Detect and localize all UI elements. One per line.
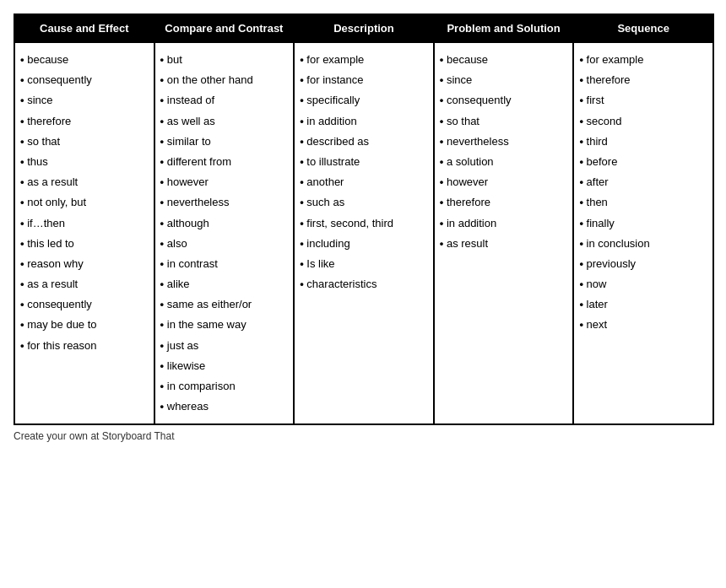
- list-item: as well as: [160, 111, 289, 132]
- list-item: on the other hand: [160, 70, 289, 90]
- list-item: consequently: [440, 90, 568, 111]
- list-item: third: [579, 132, 707, 152]
- list-item: likewise: [160, 356, 289, 376]
- list-item: specifically: [300, 90, 428, 111]
- list-item: as result: [440, 234, 568, 254]
- list-item: another: [300, 172, 428, 192]
- col-body-problem-solution: becausesinceconsequentlyso thatneverthel…: [435, 43, 573, 423]
- list-item: different from: [160, 152, 289, 172]
- list-item: therefore: [579, 70, 707, 90]
- list-item: therefore: [20, 111, 149, 132]
- col-problem-solution: Problem and Solutionbecausesinceconseque…: [435, 15, 575, 423]
- list-item: second: [579, 111, 707, 132]
- list-item: reason why: [20, 254, 149, 274]
- list-item: in the same way: [160, 315, 289, 335]
- footer-text: Create your own at Storyboard That: [14, 430, 175, 442]
- list-item: in comparison: [160, 376, 289, 396]
- col-header-compare-contrast: Compare and Contrast: [155, 15, 294, 43]
- list-item: however: [440, 172, 568, 192]
- list-item: nevertheless: [160, 192, 289, 213]
- list-item: same as either/or: [160, 294, 289, 315]
- list-item: first: [579, 90, 707, 111]
- list-item: next: [579, 315, 707, 335]
- list-item: first, second, third: [300, 213, 428, 234]
- list-item: similar to: [160, 132, 289, 152]
- list-item: Is like: [300, 254, 428, 274]
- col-header-sequence: Sequence: [574, 15, 712, 43]
- list-item: in contrast: [160, 254, 289, 274]
- list-item: however: [160, 172, 289, 192]
- list-item: alike: [160, 274, 289, 294]
- list-item: because: [20, 50, 149, 70]
- list-item: described as: [300, 132, 428, 152]
- list-item: including: [300, 234, 428, 254]
- list-item: as a result: [20, 172, 149, 192]
- list-item: after: [579, 172, 707, 192]
- list-item: thus: [20, 152, 149, 172]
- list-item: later: [579, 294, 707, 315]
- list-item: then: [579, 192, 707, 213]
- list-item: for this reason: [20, 336, 149, 356]
- col-body-description: for examplefor instancespecificallyin ad…: [295, 43, 433, 423]
- list-item: just as: [160, 336, 289, 356]
- list-item: because: [440, 50, 568, 70]
- col-compare-contrast: Compare and Contrastbuton the other hand…: [155, 15, 295, 423]
- col-header-description: Description: [295, 15, 433, 43]
- list-item: a solution: [440, 152, 568, 172]
- list-item: to illustrate: [300, 152, 428, 172]
- list-item: for instance: [300, 70, 428, 90]
- col-header-problem-solution: Problem and Solution: [435, 15, 573, 43]
- list-item: instead of: [160, 90, 289, 111]
- list-item: in conclusion: [579, 234, 707, 254]
- list-item: now: [579, 274, 707, 294]
- list-item: consequently: [20, 70, 149, 90]
- list-item: this led to: [20, 234, 149, 254]
- list-item: whereas: [160, 396, 289, 417]
- list-item: before: [579, 152, 707, 172]
- list-item: consequently: [20, 294, 149, 315]
- list-item: if…then: [20, 213, 149, 234]
- list-item: nevertheless: [440, 132, 568, 152]
- list-item: for example: [300, 50, 428, 70]
- col-description: Descriptionfor examplefor instancespecif…: [295, 15, 435, 423]
- list-item: not only, but: [20, 192, 149, 213]
- list-item: characteristics: [300, 274, 428, 294]
- list-item: in addition: [300, 111, 428, 132]
- col-body-compare-contrast: buton the other handinstead ofas well as…: [155, 43, 294, 423]
- list-item: also: [160, 234, 289, 254]
- list-item: so that: [20, 132, 149, 152]
- col-body-sequence: for examplethereforefirstsecondthirdbefo…: [574, 43, 712, 423]
- list-item: therefore: [440, 192, 568, 213]
- list-item: although: [160, 213, 289, 234]
- list-item: as a result: [20, 274, 149, 294]
- list-item: so that: [440, 111, 568, 132]
- list-item: such as: [300, 192, 428, 213]
- main-table: Cause and Effectbecauseconsequentlysince…: [14, 13, 714, 425]
- list-item: previously: [579, 254, 707, 274]
- list-item: but: [160, 50, 289, 70]
- col-body-cause-effect: becauseconsequentlysincethereforeso that…: [15, 43, 154, 423]
- list-item: since: [440, 70, 568, 90]
- list-item: may be due to: [20, 315, 149, 335]
- col-header-cause-effect: Cause and Effect: [15, 15, 154, 43]
- list-item: since: [20, 90, 149, 111]
- list-item: for example: [579, 50, 707, 70]
- list-item: in addition: [440, 213, 568, 234]
- col-cause-effect: Cause and Effectbecauseconsequentlysince…: [15, 15, 155, 423]
- list-item: finally: [579, 213, 707, 234]
- col-sequence: Sequencefor examplethereforefirstsecondt…: [574, 15, 712, 423]
